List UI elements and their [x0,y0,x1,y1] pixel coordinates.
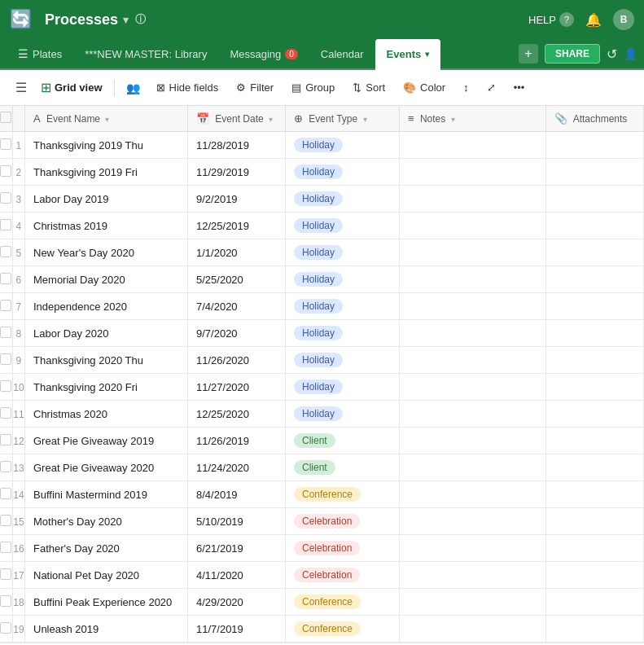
table-row[interactable]: 12 Great Pie Giveaway 2019 11/26/2019 Cl… [0,428,644,454]
notes-cell[interactable] [400,266,546,293]
event-type-cell[interactable]: Conference [286,481,400,508]
row-checkbox-cell[interactable] [0,508,12,535]
notes-cell[interactable] [400,159,546,186]
event-date-cell[interactable]: 11/26/2019 [188,428,286,454]
tab-messaging[interactable]: Messaging 0 [218,39,309,70]
event-name-cell[interactable]: Independence 2020 [25,293,188,320]
event-name-cell[interactable]: Thanksgiving 2020 Thu [25,347,188,374]
event-type-cell[interactable]: Holiday [286,213,400,239]
notes-cell[interactable] [400,132,546,159]
attachments-cell[interactable] [546,508,644,535]
table-row[interactable]: 15 Mother's Day 2020 5/10/2019 Celebrati… [0,508,644,535]
table-row[interactable]: 2 Thanksgiving 2019 Fri 11/29/2019 Holid… [0,159,644,186]
table-row[interactable]: 17 National Pet Day 2020 4/11/2020 Celeb… [0,562,644,589]
event-name-cell[interactable]: New Year's Day 2020 [25,239,188,266]
event-name-cell[interactable]: Mother's Day 2020 [25,508,188,535]
event-name-cell[interactable]: Buffini Peak Experience 2020 [25,589,188,616]
event-date-cell[interactable]: 11/29/2019 [188,159,286,186]
event-type-cell[interactable]: Client [286,428,400,454]
event-type-cell[interactable]: Holiday [286,159,400,186]
table-row[interactable]: 1 Thanksgiving 2019 Thu 11/28/2019 Holid… [0,132,644,159]
event-name-cell[interactable]: Memorial Day 2020 [25,266,188,293]
table-row[interactable]: 11 Christmas 2020 12/25/2020 Holiday [0,401,644,428]
attachments-cell[interactable] [546,320,644,347]
event-type-cell[interactable]: Celebration [286,562,400,589]
row-checkbox[interactable] [0,300,11,311]
event-name-cell[interactable]: Thanksgiving 2019 Thu [25,132,188,159]
attachments-cell[interactable] [546,616,644,643]
row-checkbox-cell[interactable] [0,401,12,428]
event-type-sort-icon[interactable]: ▾ [363,115,367,124]
event-date-cell[interactable]: 12/25/2020 [188,401,286,428]
row-checkbox[interactable] [0,488,11,499]
attachments-cell[interactable] [546,481,644,508]
row-checkbox-cell[interactable] [0,535,12,562]
notes-cell[interactable] [400,239,546,266]
attachments-cell[interactable] [546,293,644,320]
tab-plates[interactable]: ☰ Plates [7,39,73,70]
notes-cell[interactable] [400,454,546,481]
row-checkbox[interactable] [0,407,11,419]
row-checkbox[interactable] [0,461,11,472]
attachments-cell[interactable] [546,428,644,454]
row-checkbox[interactable] [0,219,11,230]
share-button[interactable]: SHARE [545,44,600,64]
table-row[interactable]: 3 Labor Day 2019 9/2/2019 Holiday [0,186,644,213]
notes-cell[interactable] [400,428,546,454]
row-height-button[interactable]: ↕ [455,77,477,98]
row-checkbox-cell[interactable] [0,481,12,508]
event-type-cell[interactable]: Holiday [286,266,400,293]
sort-button[interactable]: ⇅ Sort [344,77,393,98]
table-row[interactable]: 8 Labor Day 2020 9/7/2020 Holiday [0,320,644,347]
event-date-cell[interactable]: 11/26/2020 [188,347,286,374]
events-dropdown-icon[interactable]: ▾ [425,50,429,59]
row-checkbox[interactable] [0,165,11,177]
event-type-cell[interactable]: Holiday [286,186,400,213]
attachments-cell[interactable] [546,454,644,481]
row-checkbox-cell[interactable] [0,293,12,320]
event-type-cell[interactable]: Client [286,454,400,481]
row-checkbox[interactable] [0,353,11,365]
row-checkbox[interactable] [0,595,11,607]
attachments-cell[interactable] [546,132,644,159]
notes-cell[interactable] [400,186,546,213]
row-checkbox-cell[interactable] [0,239,12,266]
notes-sort-icon[interactable]: ▾ [451,115,455,124]
tab-events[interactable]: Events ▾ [375,39,441,70]
event-date-cell[interactable]: 11/24/2020 [188,454,286,481]
row-checkbox-cell[interactable] [0,374,12,401]
table-row[interactable]: 18 Buffini Peak Experience 2020 4/29/202… [0,589,644,616]
notes-cell[interactable] [400,320,546,347]
event-type-cell[interactable]: Conference [286,616,400,643]
table-row[interactable]: 4 Christmas 2019 12/25/2019 Holiday [0,213,644,239]
notes-cell[interactable] [400,508,546,535]
notes-cell[interactable] [400,213,546,239]
event-date-cell[interactable]: 5/25/2020 [188,266,286,293]
event-name-cell[interactable]: Father's Day 2020 [25,535,188,562]
row-checkbox-cell[interactable] [0,589,12,616]
attachments-cell[interactable] [546,347,644,374]
table-row[interactable]: 6 Memorial Day 2020 5/25/2020 Holiday [0,266,644,293]
attachments-cell[interactable] [546,186,644,213]
event-type-cell[interactable]: Holiday [286,374,400,401]
attachments-cell[interactable] [546,374,644,401]
attachments-cell[interactable] [546,562,644,589]
select-all-checkbox[interactable] [0,112,11,123]
table-row[interactable]: 5 New Year's Day 2020 1/1/2020 Holiday [0,239,644,266]
table-row[interactable]: 7 Independence 2020 7/4/2020 Holiday [0,293,644,320]
event-type-cell[interactable]: Holiday [286,320,400,347]
tab-calendar[interactable]: Calendar [309,39,375,70]
event-date-cell[interactable]: 6/21/2019 [188,535,286,562]
notes-header[interactable]: ≡ Notes ▾ [400,106,546,132]
row-checkbox[interactable] [0,380,11,392]
attachments-cell[interactable] [546,589,644,616]
event-name-header[interactable]: A Event Name ▾ [25,106,188,132]
notes-cell[interactable] [400,616,546,643]
more-options-button[interactable]: ••• [506,77,533,98]
row-checkbox[interactable] [0,434,11,445]
notes-cell[interactable] [400,481,546,508]
row-checkbox[interactable] [0,246,11,257]
row-checkbox-cell[interactable] [0,186,12,213]
event-date-cell[interactable]: 11/28/2019 [188,132,286,159]
row-checkbox-cell[interactable] [0,347,12,374]
